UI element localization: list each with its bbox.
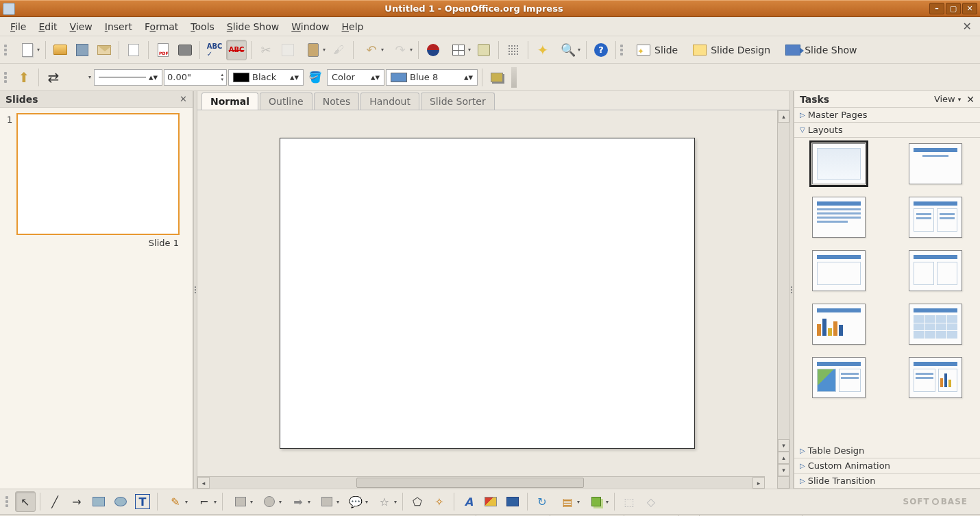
canvas-viewport[interactable] (197, 110, 777, 476)
menu-tools[interactable]: Tools (184, 19, 221, 34)
export-pdf-button[interactable] (153, 40, 173, 60)
autospellcheck-button[interactable]: ABC (226, 40, 247, 60)
insert-table-button[interactable]: ▾ (445, 40, 472, 60)
task-section-table-design[interactable]: ▷Table Design (794, 443, 980, 458)
text-tool[interactable]: T (132, 491, 153, 512)
close-button[interactable]: ✕ (962, 3, 977, 14)
maximize-button[interactable]: ▢ (946, 3, 961, 14)
fill-type-combo[interactable]: Color ▴▾ (327, 69, 384, 86)
menu-view[interactable]: View (64, 19, 99, 34)
spellcheck-button[interactable]: ABC✓ (204, 40, 225, 60)
extrusion-tool[interactable]: ⬚ (619, 491, 639, 512)
toolbar-overflow[interactable] (511, 67, 517, 88)
fontwork-tool[interactable]: A (458, 491, 479, 512)
symbol-shapes-tool[interactable]: ▾ (256, 491, 283, 512)
flowchart-tool[interactable]: ▾ (313, 491, 341, 512)
navigator-button[interactable]: ✦ (532, 40, 553, 60)
tasks-view-menu[interactable]: View ▾ (934, 94, 961, 104)
copy-button[interactable] (278, 40, 298, 60)
menu-window[interactable]: Window (285, 19, 335, 34)
from-file-tool[interactable] (480, 491, 501, 512)
menu-file[interactable]: File (4, 19, 32, 34)
minimize-button[interactable]: – (929, 3, 944, 14)
alignment-tool[interactable]: ▤▾ (554, 491, 581, 512)
drawing-toolbar-gripper[interactable] (5, 496, 11, 507)
arrow-style-button[interactable]: ⬆ (14, 67, 34, 88)
tab-normal[interactable]: Normal (201, 93, 258, 110)
arrange-tool[interactable]: ▾ (583, 491, 610, 512)
format-paintbrush-button[interactable]: 🖌 (328, 40, 349, 60)
line-tool[interactable]: ╱ (45, 491, 65, 512)
tab-outline[interactable]: Outline (260, 93, 313, 110)
block-arrows-tool[interactable]: ➡▾ (284, 491, 312, 512)
redo-button[interactable]: ↷▾ (387, 40, 414, 60)
rectangle-tool[interactable] (88, 491, 109, 512)
vertical-scrollbar[interactable]: ▴ ▾ ▴ ▾ (777, 110, 789, 476)
menu-insert[interactable]: Insert (99, 19, 138, 34)
zoom-button[interactable]: 🔍▾ (554, 40, 582, 60)
line-width-input[interactable]: 0.00" ▴▾ (164, 69, 227, 86)
basic-shapes-tool[interactable]: ▾ (227, 491, 254, 512)
menu-slideshow[interactable]: Slide Show (221, 19, 285, 34)
ellipse-tool[interactable] (110, 491, 131, 512)
layout-title-chart[interactable] (812, 304, 866, 345)
insert-chart-button[interactable] (423, 40, 443, 60)
scroll-down-icon[interactable]: ▾ (778, 439, 789, 452)
slide-thumbnail-1[interactable] (16, 113, 180, 235)
task-section-custom-animation[interactable]: ▷Custom Animation (794, 458, 980, 474)
line-style-arrows[interactable]: ⇄ (43, 67, 64, 88)
edit-file-button[interactable] (123, 40, 144, 60)
points-tool[interactable]: ⬠ (407, 491, 428, 512)
menu-edit[interactable]: Edit (32, 19, 63, 34)
new-button[interactable]: ▾ (14, 40, 41, 60)
gluepoints-tool[interactable]: ✧ (429, 491, 450, 512)
scroll-up-icon[interactable]: ▴ (778, 110, 789, 123)
arrow-endings-button[interactable]: ▾ (65, 67, 93, 88)
hscroll-thumb[interactable] (356, 478, 585, 488)
menu-help[interactable]: Help (335, 19, 369, 34)
cut-button[interactable]: ✂ (256, 40, 276, 60)
toolbar-gripper[interactable] (4, 45, 10, 56)
undo-button[interactable]: ↶▾ (358, 40, 385, 60)
layout-title-content[interactable] (812, 197, 866, 238)
layout-two-content[interactable] (909, 197, 962, 238)
scroll-left-icon[interactable]: ◂ (197, 477, 210, 489)
hyperlink-button[interactable] (474, 40, 494, 60)
layout-title-object[interactable] (812, 250, 866, 291)
tab-slide-sorter[interactable]: Slide Sorter (421, 93, 495, 110)
tasks-panel-close-icon[interactable]: ✕ (966, 94, 975, 105)
arrow-line-tool[interactable]: → (66, 491, 87, 512)
task-section-slide-transition[interactable]: ▷Slide Transition (794, 474, 980, 489)
print-button[interactable] (175, 40, 195, 60)
fill-color-combo[interactable]: Blue 8 ▴▾ (386, 69, 478, 86)
tab-notes[interactable]: Notes (314, 93, 359, 110)
slide-show-button[interactable]: Slide Show (779, 40, 863, 60)
layout-title-table[interactable] (909, 304, 962, 345)
horizontal-scrollbar[interactable]: ◂ ▸ (197, 476, 765, 489)
shadow-button[interactable] (487, 67, 507, 88)
next-slide-icon[interactable]: ▾ (778, 464, 789, 476)
rotate-tool[interactable]: ↻ (532, 491, 552, 512)
layout-blank[interactable] (812, 143, 866, 184)
slides-panel-body[interactable]: 1 Slide 1 (0, 108, 193, 489)
paste-button[interactable]: ▾ (299, 40, 327, 60)
slide-design-button[interactable]: Slide Design (686, 40, 777, 60)
slide-canvas[interactable] (280, 138, 695, 449)
line-style-combo[interactable]: ▴▾ (94, 69, 162, 86)
help-button[interactable]: ? (591, 40, 611, 60)
curve-tool[interactable]: ✎▾ (162, 491, 189, 512)
email-button[interactable] (94, 40, 114, 60)
area-fill-button[interactable]: 🪣 (305, 67, 326, 88)
connector-tool[interactable]: ⌐▾ (191, 491, 218, 512)
document-close-icon[interactable]: ✕ (959, 20, 976, 33)
stars-tool[interactable]: ☆▾ (371, 491, 398, 512)
layout-title-text-chart[interactable] (909, 357, 962, 398)
task-section-layouts[interactable]: ▽Layouts (794, 123, 980, 138)
menu-format[interactable]: Format (138, 19, 184, 34)
layout-title-only[interactable] (909, 143, 962, 184)
toolbar-gripper-3[interactable] (4, 72, 10, 83)
gallery-tool[interactable] (502, 491, 523, 512)
scroll-right-icon[interactable]: ▸ (752, 477, 765, 489)
select-tool[interactable]: ↖ (15, 491, 36, 512)
new-slide-button[interactable]: Slide (630, 40, 685, 60)
